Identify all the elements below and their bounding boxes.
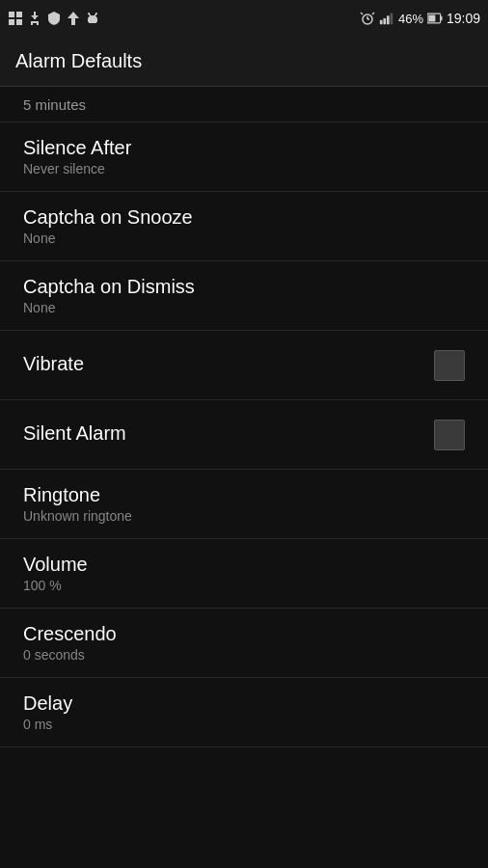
crescendo-item[interactable]: Crescendo 0 seconds bbox=[0, 609, 488, 678]
truncated-item: 5 minutes bbox=[0, 87, 488, 122]
page-title: Alarm Defaults bbox=[15, 50, 142, 72]
status-icons-left bbox=[8, 11, 100, 26]
icon-grid bbox=[8, 11, 23, 26]
crescendo-subtitle: 0 seconds bbox=[23, 647, 465, 663]
shield-icon bbox=[46, 11, 62, 26]
android-icon bbox=[85, 11, 100, 26]
svg-rect-6 bbox=[31, 21, 39, 23]
captcha-dismiss-item[interactable]: Captcha on Dismiss None bbox=[0, 261, 488, 331]
svg-rect-0 bbox=[9, 12, 14, 17]
svg-rect-26 bbox=[390, 14, 393, 25]
volume-title: Volume bbox=[23, 554, 465, 576]
crescendo-content: Crescendo 0 seconds bbox=[23, 623, 465, 663]
svg-rect-7 bbox=[31, 23, 33, 25]
silent-alarm-item[interactable]: Silent Alarm bbox=[0, 400, 488, 470]
svg-line-21 bbox=[361, 13, 363, 14]
svg-rect-12 bbox=[88, 18, 90, 22]
captcha-snooze-subtitle: None bbox=[23, 231, 465, 246]
time-display: 19:09 bbox=[447, 11, 480, 26]
delay-content: Delay 0 ms bbox=[23, 692, 465, 732]
silence-after-title: Silence After bbox=[23, 137, 465, 159]
svg-point-16 bbox=[88, 13, 90, 14]
silence-after-subtitle: Never silence bbox=[23, 161, 465, 176]
crescendo-title: Crescendo bbox=[23, 623, 465, 645]
svg-rect-29 bbox=[428, 14, 435, 21]
svg-rect-13 bbox=[95, 18, 97, 22]
silent-alarm-content: Silent Alarm bbox=[23, 422, 434, 447]
ringtone-item[interactable]: Ringtone Unknown ringtone bbox=[0, 470, 488, 539]
svg-line-22 bbox=[372, 13, 374, 14]
svg-rect-2 bbox=[9, 19, 14, 25]
silence-after-item[interactable]: Silence After Never silence bbox=[0, 122, 488, 192]
svg-marker-9 bbox=[68, 12, 79, 25]
vibrate-content: Vibrate bbox=[23, 353, 434, 377]
captcha-snooze-item[interactable]: Captcha on Snooze None bbox=[0, 192, 488, 261]
svg-rect-24 bbox=[383, 18, 386, 24]
silent-alarm-checkbox[interactable] bbox=[434, 420, 465, 450]
svg-rect-3 bbox=[16, 19, 22, 25]
svg-point-17 bbox=[95, 13, 97, 14]
settings-content: 5 minutes Silence After Never silence Ca… bbox=[0, 87, 488, 868]
alarm-clock-icon bbox=[360, 11, 375, 26]
svg-rect-1 bbox=[16, 12, 22, 17]
delay-item[interactable]: Delay 0 ms bbox=[0, 678, 488, 747]
svg-rect-23 bbox=[380, 20, 383, 24]
arrow-icon bbox=[66, 11, 81, 26]
captcha-dismiss-title: Captcha on Dismiss bbox=[23, 276, 465, 298]
captcha-snooze-content: Captcha on Snooze None bbox=[23, 206, 465, 246]
ringtone-subtitle: Unknown ringtone bbox=[23, 508, 465, 524]
delay-title: Delay bbox=[23, 692, 465, 715]
svg-rect-11 bbox=[89, 18, 96, 23]
svg-marker-5 bbox=[31, 15, 39, 19]
silent-alarm-title: Silent Alarm bbox=[23, 422, 434, 445]
status-icons-right: 46% 19:09 bbox=[360, 11, 480, 26]
truncated-value: 5 minutes bbox=[23, 96, 86, 113]
svg-rect-25 bbox=[387, 15, 390, 24]
silence-after-content: Silence After Never silence bbox=[23, 137, 465, 176]
delay-subtitle: 0 ms bbox=[23, 717, 465, 732]
ringtone-content: Ringtone Unknown ringtone bbox=[23, 484, 465, 524]
captcha-snooze-title: Captcha on Snooze bbox=[23, 206, 465, 229]
title-bar: Alarm Defaults bbox=[0, 37, 488, 87]
svg-rect-8 bbox=[37, 23, 39, 25]
usb-icon bbox=[27, 11, 42, 26]
volume-subtitle: 100 % bbox=[23, 578, 465, 593]
vibrate-checkbox[interactable] bbox=[434, 350, 465, 381]
svg-rect-28 bbox=[441, 16, 443, 21]
ringtone-title: Ringtone bbox=[23, 484, 465, 506]
vibrate-title: Vibrate bbox=[23, 353, 434, 375]
volume-content: Volume 100 % bbox=[23, 554, 465, 593]
status-bar: 46% 19:09 bbox=[0, 0, 488, 37]
battery-percentage: 46% bbox=[398, 12, 423, 26]
captcha-dismiss-content: Captcha on Dismiss None bbox=[23, 276, 465, 315]
signal-icon bbox=[379, 11, 394, 26]
battery-icon bbox=[427, 11, 443, 26]
captcha-dismiss-subtitle: None bbox=[23, 300, 465, 315]
volume-item[interactable]: Volume 100 % bbox=[0, 539, 488, 609]
vibrate-item[interactable]: Vibrate bbox=[0, 331, 488, 400]
